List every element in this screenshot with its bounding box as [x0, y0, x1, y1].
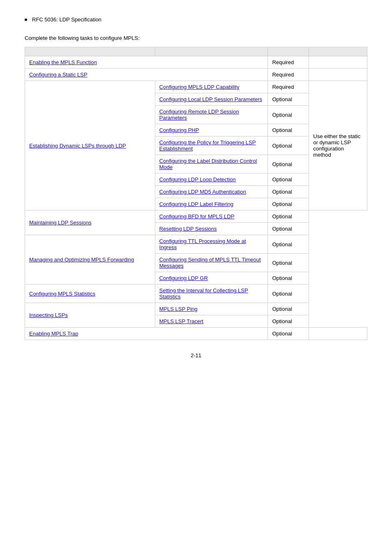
table-row: Configuring MPLS StatisticsSetting the I…: [25, 284, 367, 303]
subtask-link[interactable]: Configuring LDP Loop Detection: [159, 176, 236, 183]
subtask-cell: Configuring LDP Label Filtering: [155, 198, 268, 210]
section-intro: Complete the following tasks to configur…: [25, 35, 367, 41]
required-cell: Optional: [268, 315, 309, 328]
required-cell: Optional: [268, 198, 309, 210]
subtask-link[interactable]: Configuring the Label Distribution Contr…: [159, 158, 257, 170]
required-cell: Required: [268, 56, 309, 69]
bullet-text: RFC 5036: LDP Specification: [32, 16, 101, 23]
subtask-link[interactable]: Configuring LDP MD5 Authentication: [159, 189, 247, 195]
bullet-item: RFC 5036: LDP Specification: [25, 16, 367, 23]
task-link[interactable]: Inspecting LSPs: [29, 312, 68, 318]
subtask-cell: Configuring Sending of MPLS TTL Timeout …: [155, 254, 268, 272]
notes-cell: [309, 56, 367, 69]
subtask-link[interactable]: Resetting LDP Sessions: [159, 226, 217, 232]
bullet-dot: [25, 18, 27, 21]
task-cell: Enabling MPLS Trap: [25, 328, 268, 340]
required-cell: Required: [268, 69, 309, 81]
config-table: Enabling the MPLS FunctionRequiredConfig…: [25, 47, 367, 340]
subtask-link[interactable]: MPLS LSP Tracert: [159, 318, 203, 324]
required-cell: Optional: [268, 186, 309, 198]
required-cell: Optional: [268, 235, 309, 254]
subtask-cell: Configuring TTL Processing Mode at Ingre…: [155, 235, 268, 254]
subtask-link[interactable]: Configuring Sending of MPLS TTL Timeout …: [159, 257, 261, 269]
required-cell: Optional: [268, 303, 309, 315]
subtask-cell: Configuring Local LDP Session Parameters: [155, 93, 268, 106]
subtask-cell: Resetting LDP Sessions: [155, 223, 268, 235]
required-cell: Optional: [268, 328, 309, 340]
subtask-link[interactable]: MPLS LSP Ping: [159, 306, 198, 312]
task-link[interactable]: Enabling the MPLS Function: [29, 59, 97, 65]
subtask-cell: Configuring LDP Loop Detection: [155, 173, 268, 186]
task-link[interactable]: Establishing Dynamic LSPs through LDP: [29, 143, 126, 149]
required-cell: Optional: [268, 210, 309, 223]
subtask-link[interactable]: Configuring LDP GR: [159, 275, 208, 281]
table-row: Establishing Dynamic LSPs through LDPCon…: [25, 81, 367, 93]
table-row: Enabling MPLS TrapOptional: [25, 328, 367, 340]
task-cell: Maintaining LDP Sessions: [25, 210, 155, 235]
required-cell: Required: [268, 81, 309, 93]
task-cell: Enabling the MPLS Function: [25, 56, 268, 69]
table-row: Managing and Optimizing MPLS ForwardingC…: [25, 235, 367, 254]
task-cell: Configuring a Static LSP: [25, 69, 268, 81]
subtask-link[interactable]: Configuring PHP: [159, 127, 199, 133]
table-row: Configuring a Static LSPRequired: [25, 69, 367, 81]
subtask-cell: Configuring Remote LDP Session Parameter…: [155, 106, 268, 124]
task-link[interactable]: Configuring MPLS Statistics: [29, 291, 95, 297]
required-cell: Optional: [268, 284, 309, 303]
col-header-required: [268, 47, 309, 56]
task-link[interactable]: Maintaining LDP Sessions: [29, 220, 92, 226]
col-header-subtask: [155, 47, 268, 56]
required-cell: Optional: [268, 254, 309, 272]
required-cell: Optional: [268, 124, 309, 136]
bullet-section: RFC 5036: LDP Specification: [25, 16, 367, 23]
subtask-link[interactable]: Setting the Interval for Collecting LSP …: [159, 287, 248, 300]
required-cell: Optional: [268, 173, 309, 186]
table-row: Inspecting LSPsMPLS LSP PingOptional: [25, 303, 367, 315]
notes-cell: Use either the static or dynamic LSP con…: [309, 81, 367, 210]
subtask-cell: Configuring PHP: [155, 124, 268, 136]
col-header-task: [25, 47, 155, 56]
task-cell: Inspecting LSPs: [25, 303, 155, 328]
subtask-link[interactable]: Configuring LDP Label Filtering: [159, 201, 233, 207]
subtask-link[interactable]: Configuring Local LDP Session Parameters: [159, 96, 263, 102]
table-row: Enabling the MPLS FunctionRequired: [25, 56, 367, 69]
subtask-cell: Configuring the Label Distribution Contr…: [155, 155, 268, 173]
required-cell: Optional: [268, 155, 309, 173]
required-cell: Optional: [268, 93, 309, 106]
subtask-link[interactable]: Configuring BFD for MPLS LDP: [159, 213, 235, 220]
task-link[interactable]: Enabling MPLS Trap: [29, 331, 78, 337]
table-header-row: [25, 47, 367, 56]
subtask-cell: MPLS LSP Tracert: [155, 315, 268, 328]
subtask-link[interactable]: Configuring MPLS LDP Capability: [159, 84, 240, 90]
subtask-cell: Configuring LDP GR: [155, 272, 268, 284]
task-cell: Managing and Optimizing MPLS Forwarding: [25, 235, 155, 284]
subtask-link[interactable]: Configuring TTL Processing Mode at Ingre…: [159, 238, 246, 250]
subtask-cell: Configuring the Policy for Triggering LS…: [155, 136, 268, 155]
task-cell: Configuring MPLS Statistics: [25, 284, 155, 303]
task-link[interactable]: Configuring a Static LSP: [29, 72, 88, 78]
task-cell: Establishing Dynamic LSPs through LDP: [25, 81, 155, 210]
subtask-link[interactable]: Configuring Remote LDP Session Parameter…: [159, 109, 239, 121]
subtask-cell: Setting the Interval for Collecting LSP …: [155, 284, 268, 303]
subtask-cell: Configuring MPLS LDP Capability: [155, 81, 268, 93]
task-link[interactable]: Managing and Optimizing MPLS Forwarding: [29, 257, 134, 263]
required-cell: Optional: [268, 106, 309, 124]
required-cell: Optional: [268, 136, 309, 155]
required-cell: Optional: [268, 223, 309, 235]
col-header-notes: [309, 47, 367, 56]
subtask-cell: Configuring BFD for MPLS LDP: [155, 210, 268, 223]
notes-cell: [309, 69, 367, 81]
subtask-cell: MPLS LSP Ping: [155, 303, 268, 315]
notes-cell: [309, 328, 367, 340]
table-row: Maintaining LDP SessionsConfiguring BFD …: [25, 210, 367, 223]
page-footer: 2-11: [25, 352, 367, 358]
subtask-link[interactable]: Configuring the Policy for Triggering LS…: [159, 139, 256, 152]
subtask-cell: Configuring LDP MD5 Authentication: [155, 186, 268, 198]
required-cell: Optional: [268, 272, 309, 284]
